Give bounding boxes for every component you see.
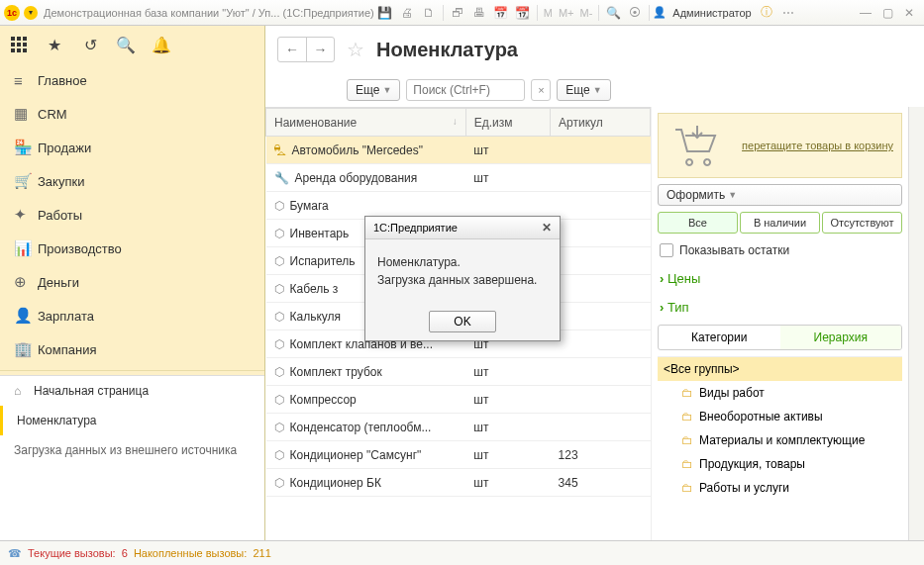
cart-dropzone[interactable]: перетащите товары в корзину (658, 113, 902, 178)
row-icon: ⬡ (274, 199, 284, 213)
accumulated-calls-label: Накопленные вызовы: 211 (134, 547, 271, 559)
filter-0[interactable]: Все (658, 212, 738, 234)
close-button[interactable]: ✕ (899, 3, 919, 23)
sidebar-icon: 🛒 (14, 172, 38, 190)
expander-prices[interactable]: Цены (658, 267, 902, 290)
tree-node[interactable]: 🗀Виды работ (658, 381, 902, 405)
current-page-link[interactable]: Номенклатура (0, 406, 264, 435)
nav-forward-button[interactable]: → (306, 38, 334, 61)
table-row[interactable]: ⬡Комплект трубокшт (266, 358, 651, 386)
sidebar-item-6[interactable]: ⊕Деньги (0, 265, 264, 299)
row-icon: ⬡ (274, 310, 284, 324)
window-menu-icon[interactable]: ▾ (24, 6, 38, 20)
vertical-scrollbar[interactable] (908, 107, 924, 540)
table-row[interactable]: ⛍Автомобиль "Mercedes"шт (266, 137, 651, 164)
import-page-link[interactable]: Загрузка данных из внешнего источника (0, 435, 264, 465)
show-stock-checkbox[interactable]: Показывать остатки (658, 239, 902, 261)
more-right-button[interactable]: Еще▼ (557, 79, 610, 101)
favorite-star-icon[interactable]: ☆ (347, 38, 364, 61)
calendar-icon[interactable]: 📅 (491, 3, 511, 23)
sidebar-item-1[interactable]: ▦CRM (0, 97, 264, 131)
sidebar-item-5[interactable]: 📊Производство (0, 232, 264, 265)
memory-mminus-icon[interactable]: M- (577, 7, 596, 19)
save-icon[interactable]: 💾 (375, 3, 395, 23)
sidebar-icon: 📊 (14, 239, 38, 257)
maximize-button[interactable]: ▢ (877, 3, 897, 23)
back-icon[interactable]: ⦿ (625, 3, 645, 23)
notifications-icon[interactable]: 🔔 (151, 34, 172, 55)
dialog-title: 1С:Предприятие (373, 222, 458, 234)
tree-node[interactable]: 🗀Материалы и комплектующие (658, 428, 902, 452)
row-icon: ⬡ (274, 227, 284, 240)
chevron-down-icon: ▼ (382, 85, 391, 95)
sidebar-item-2[interactable]: 🏪Продажи (0, 131, 264, 164)
info-icon[interactable]: ⓘ (757, 3, 776, 23)
table-row[interactable]: ⬡Кондиционер БКшт345 (266, 469, 651, 497)
expander-type[interactable]: Тип (658, 296, 902, 319)
dialog-ok-button[interactable]: OK (429, 311, 495, 332)
page-title: Номенклатура (376, 39, 518, 61)
filter-1[interactable]: В наличии (740, 212, 820, 234)
table-row[interactable]: 🔧Аренда оборудованияшт (266, 164, 651, 192)
sidebar-item-0[interactable]: ≡Главное (0, 63, 264, 97)
table-row[interactable]: ⬡Компрессоршт (266, 386, 651, 414)
sidebar-item-3[interactable]: 🛒Закупки (0, 164, 264, 198)
tree-node[interactable]: 🗀Работы и услуги (658, 476, 902, 500)
tab-hierarchy[interactable]: Иерархия (780, 326, 902, 349)
col-unit[interactable]: Ед.изм (465, 109, 550, 137)
checkout-button[interactable]: Оформить▼ (658, 184, 902, 206)
col-article[interactable]: Артикул (551, 109, 651, 137)
memory-mplus-icon[interactable]: M+ (556, 7, 577, 19)
favorite-icon[interactable]: ★ (44, 34, 65, 55)
sidebar-icon: 👤 (14, 307, 38, 325)
search-clear-button[interactable]: × (531, 79, 551, 101)
nav-back-button[interactable]: ← (278, 38, 306, 61)
message-dialog: 1С:Предприятие✕ Номенклатура. Загрузка д… (364, 216, 561, 341)
sidebar-item-8[interactable]: 🏢Компания (0, 332, 264, 366)
search-icon[interactable]: 🔍 (115, 34, 137, 55)
sidebar-icon: ✦ (14, 206, 38, 224)
table-row[interactable]: ⬡Кондиционер "Самсунг"шт123 (266, 441, 651, 469)
chevron-down-icon: ▼ (593, 85, 602, 95)
cart-icon (667, 122, 722, 169)
cart-hint-text: перетащите товары в корзину (730, 140, 893, 151)
row-icon: ⬡ (274, 254, 284, 268)
sidebar-item-7[interactable]: 👤Зарплата (0, 299, 264, 332)
zoom-icon[interactable]: 🔍 (603, 3, 623, 23)
print-icon[interactable]: 🖨 (397, 3, 417, 23)
col-name[interactable]: Наименование↓ (266, 109, 466, 137)
row-icon: ⬡ (274, 282, 284, 296)
tree-root[interactable]: <Все группы> (658, 357, 902, 381)
date-icon[interactable]: 📆 (513, 3, 533, 23)
memory-m-icon[interactable]: M (541, 7, 556, 19)
options-icon[interactable]: ⋯ (778, 3, 798, 23)
folder-icon: 🗀 (681, 386, 693, 400)
table-row[interactable]: ⬡Конденсатор (теплообм...шт (266, 414, 651, 441)
user-label[interactable]: Администратор (668, 7, 755, 19)
history-icon[interactable]: ↺ (79, 34, 101, 55)
tab-categories[interactable]: Категории (659, 326, 780, 349)
window-title: Демонстрационная база компании "Уют" / У… (44, 7, 374, 19)
user-icon: 👤 (653, 6, 667, 19)
more-left-button[interactable]: Еще▼ (347, 79, 400, 101)
folder-icon: 🗀 (681, 433, 693, 447)
sidebar-icon: ⊕ (14, 273, 38, 291)
filter-2[interactable]: Отсутствуют (822, 212, 902, 234)
search-field[interactable] (406, 79, 525, 101)
row-icon: ⛍ (274, 143, 286, 157)
tree-node[interactable]: 🗀Внеоборотные активы (658, 405, 902, 428)
preview-icon[interactable]: 🗋 (419, 3, 439, 23)
apps-grid-icon[interactable] (8, 34, 30, 55)
sidebar: ★ ↺ 🔍 🔔 ≡Главное▦CRM🏪Продажи🛒Закупки✦Раб… (0, 26, 265, 540)
print2-icon[interactable]: 🖶 (469, 3, 489, 23)
home-page-link[interactable]: ⌂Начальная страница (0, 376, 264, 406)
row-icon: ⬡ (274, 365, 284, 379)
compare-icon[interactable]: 🗗 (448, 3, 467, 23)
app-logo-icon: 1c (4, 5, 20, 21)
dialog-text-2: Загрузка данных завершена. (377, 271, 548, 289)
minimize-button[interactable]: — (856, 3, 875, 23)
statusbar: ☎ Текущие вызовы: 6 Накопленные вызовы: … (0, 540, 924, 565)
dialog-close-button[interactable]: ✕ (542, 221, 552, 235)
tree-node[interactable]: 🗀Продукция, товары (658, 452, 902, 476)
sidebar-item-4[interactable]: ✦Работы (0, 198, 264, 232)
